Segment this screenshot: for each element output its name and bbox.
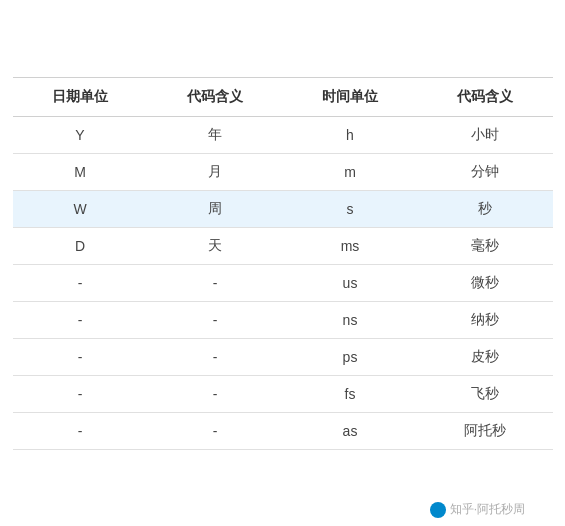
table-cell-6-2: ps — [283, 338, 418, 375]
table-cell-3-1: 天 — [148, 227, 283, 264]
table-cell-2-1: 周 — [148, 190, 283, 227]
header-time-unit: 时间单位 — [283, 77, 418, 116]
table-container: 日期单位 代码含义 时间单位 代码含义 Y年h小时M月m分钟W周s秒D天ms毫秒… — [13, 77, 553, 450]
table-cell-7-3: 飞秒 — [418, 375, 553, 412]
table-row: --ns纳秒 — [13, 301, 553, 338]
table-row: M月m分钟 — [13, 153, 553, 190]
table-cell-0-2: h — [283, 116, 418, 153]
table-cell-5-1: - — [148, 301, 283, 338]
table-cell-8-3: 阿托秒 — [418, 412, 553, 449]
header-time-meaning: 代码含义 — [418, 77, 553, 116]
table-cell-4-2: us — [283, 264, 418, 301]
table-cell-1-0: M — [13, 153, 148, 190]
table-cell-8-2: as — [283, 412, 418, 449]
table-cell-6-0: - — [13, 338, 148, 375]
watermark-text: 知乎·阿托秒周 — [450, 501, 525, 518]
watermark: 知乎·阿托秒周 — [430, 501, 525, 518]
table-cell-8-0: - — [13, 412, 148, 449]
table-row: Y年h小时 — [13, 116, 553, 153]
table-cell-1-3: 分钟 — [418, 153, 553, 190]
table-cell-5-2: ns — [283, 301, 418, 338]
table-cell-1-1: 月 — [148, 153, 283, 190]
table-cell-3-0: D — [13, 227, 148, 264]
table-header-row: 日期单位 代码含义 时间单位 代码含义 — [13, 77, 553, 116]
header-date-meaning: 代码含义 — [148, 77, 283, 116]
table-cell-4-3: 微秒 — [418, 264, 553, 301]
table-cell-8-1: - — [148, 412, 283, 449]
table-cell-6-3: 皮秒 — [418, 338, 553, 375]
table-row: W周s秒 — [13, 190, 553, 227]
table-cell-2-2: s — [283, 190, 418, 227]
table-row: --ps皮秒 — [13, 338, 553, 375]
table-cell-4-0: - — [13, 264, 148, 301]
table-cell-3-3: 毫秒 — [418, 227, 553, 264]
table-cell-0-0: Y — [13, 116, 148, 153]
units-table: 日期单位 代码含义 时间单位 代码含义 Y年h小时M月m分钟W周s秒D天ms毫秒… — [13, 77, 553, 450]
watermark-logo — [430, 502, 446, 518]
table-cell-3-2: ms — [283, 227, 418, 264]
header-date-unit: 日期单位 — [13, 77, 148, 116]
table-cell-7-2: fs — [283, 375, 418, 412]
table-cell-0-3: 小时 — [418, 116, 553, 153]
table-cell-2-3: 秒 — [418, 190, 553, 227]
table-cell-0-1: 年 — [148, 116, 283, 153]
table-cell-6-1: - — [148, 338, 283, 375]
table-row: --as阿托秒 — [13, 412, 553, 449]
table-cell-5-0: - — [13, 301, 148, 338]
table-row: D天ms毫秒 — [13, 227, 553, 264]
table-cell-2-0: W — [13, 190, 148, 227]
table-cell-7-1: - — [148, 375, 283, 412]
table-cell-1-2: m — [283, 153, 418, 190]
table-cell-7-0: - — [13, 375, 148, 412]
table-row: --fs飞秒 — [13, 375, 553, 412]
table-cell-4-1: - — [148, 264, 283, 301]
table-cell-5-3: 纳秒 — [418, 301, 553, 338]
table-row: --us微秒 — [13, 264, 553, 301]
